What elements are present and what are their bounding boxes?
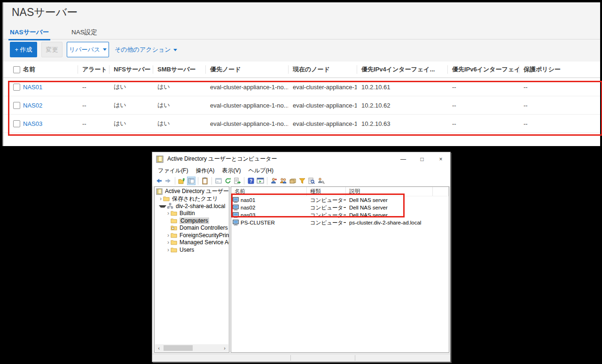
dialog-icon[interactable] bbox=[215, 177, 222, 185]
nas-server-link[interactable]: NAS03 bbox=[23, 120, 42, 127]
repurpose-dropdown-button[interactable]: リパーパス bbox=[67, 42, 109, 57]
list-item-ps-cluster[interactable]: PS-CLUSTER コンピューター ps-cluster.div-2-shar… bbox=[231, 219, 449, 226]
add-group-icon[interactable] bbox=[280, 177, 287, 185]
object-name: nas01 bbox=[241, 197, 255, 203]
new-ou-icon[interactable] bbox=[289, 177, 297, 185]
cell-ipv4: 10.2.10.61 bbox=[357, 84, 447, 91]
cell-alert: -- bbox=[78, 120, 109, 127]
tree-item-managed-service-accounts[interactable]: › Managed Service Accounts bbox=[155, 239, 229, 247]
cell-current-node: eval-cluster-appliance-1-no... bbox=[288, 120, 357, 127]
cell-ipv6: -- bbox=[447, 120, 519, 127]
collapse-chevron-icon[interactable] bbox=[159, 205, 166, 209]
tab-nas-servers[interactable]: NASサーバー bbox=[10, 28, 49, 37]
object-name: nas02 bbox=[241, 205, 255, 210]
expand-chevron-icon[interactable]: › bbox=[166, 211, 171, 216]
more-actions-dropdown[interactable]: その他のアクション bbox=[115, 46, 177, 54]
console-icon bbox=[156, 188, 163, 195]
col-header-nfs[interactable]: NFSサーバー bbox=[109, 62, 153, 77]
delegate-icon[interactable] bbox=[317, 177, 325, 185]
tree-item-users[interactable]: › Users bbox=[155, 246, 229, 254]
list-col-type[interactable]: 種類 bbox=[307, 187, 346, 196]
close-button[interactable]: × bbox=[431, 152, 450, 166]
row-checkbox[interactable] bbox=[13, 120, 20, 127]
minimize-button[interactable]: — bbox=[394, 152, 413, 166]
object-type: コンピューター bbox=[307, 212, 346, 219]
table-row-nas02[interactable]: NAS02 -- はい はい eval-cluster-appliance-1-… bbox=[3, 96, 600, 115]
tree-item-computers[interactable]: Computers bbox=[155, 217, 229, 225]
status-bar-divider bbox=[290, 355, 291, 361]
scrollbar-track[interactable] bbox=[163, 344, 221, 352]
list-item-nas01[interactable]: nas01 コンピューター Dell NAS server bbox=[231, 196, 449, 204]
refresh-icon[interactable] bbox=[224, 177, 232, 185]
create-button[interactable]: + 作成 bbox=[10, 42, 37, 57]
nas-server-table: 名前 アラート NFSサーバー SMBサーバー 優先ノード 現在のノード 優先I… bbox=[3, 62, 600, 133]
col-header-preferred-node[interactable]: 優先ノード bbox=[205, 62, 288, 77]
action-toolbar: + 作成 変更 リパーパス その他のアクション bbox=[3, 42, 600, 59]
menu-help[interactable]: ヘルプ(H) bbox=[244, 167, 277, 175]
col-header-alert[interactable]: アラート bbox=[78, 62, 109, 77]
menu-view[interactable]: 表示(V) bbox=[218, 167, 244, 175]
maximize-button[interactable]: □ bbox=[413, 152, 431, 166]
screenshot-canvas: { "colors": { "accent_blue": "#1674cc", … bbox=[0, 0, 602, 364]
col-header-ipv4[interactable]: 優先IPv4インターフェイ... bbox=[357, 62, 447, 77]
cell-alert: -- bbox=[78, 102, 109, 109]
properties-icon[interactable] bbox=[201, 177, 209, 185]
expand-chevron-icon[interactable]: › bbox=[166, 233, 171, 238]
help-icon[interactable]: ? bbox=[247, 177, 255, 185]
toolbar-separator bbox=[175, 177, 175, 185]
tree-item-domain[interactable]: div-2-share-ad.local bbox=[155, 202, 229, 210]
table-row-nas03[interactable]: NAS03 -- はい はい eval-cluster-appliance-1-… bbox=[3, 115, 600, 133]
scrollbar-thumb[interactable] bbox=[164, 345, 193, 351]
find-icon[interactable] bbox=[308, 177, 315, 185]
filter-icon[interactable] bbox=[298, 177, 306, 185]
row-checkbox[interactable] bbox=[13, 84, 20, 91]
cell-ipv6: -- bbox=[447, 84, 519, 91]
expand-chevron-icon[interactable]: › bbox=[166, 248, 171, 252]
add-user-icon[interactable] bbox=[270, 177, 278, 185]
expand-chevron-icon[interactable]: › bbox=[158, 196, 163, 201]
list-item-nas03[interactable]: nas03 コンピューター Dell NAS server bbox=[231, 211, 449, 219]
menu-action[interactable]: 操作(A) bbox=[192, 167, 218, 175]
tab-nas-settings[interactable]: NAS設定 bbox=[71, 28, 97, 37]
col-header-smb[interactable]: SMBサーバー bbox=[153, 62, 205, 77]
page-title: NASサーバー bbox=[12, 5, 78, 20]
scroll-left-arrow-icon[interactable]: ‹ bbox=[155, 344, 163, 352]
menu-file[interactable]: ファイル(F) bbox=[154, 167, 192, 175]
expand-chevron-icon[interactable]: › bbox=[166, 240, 171, 245]
export-list-icon[interactable] bbox=[234, 177, 241, 185]
list-col-description[interactable]: 説明 bbox=[346, 187, 433, 196]
forward-icon[interactable] bbox=[164, 177, 172, 185]
col-header-name[interactable]: 名前 bbox=[22, 62, 78, 77]
cell-smb: はい bbox=[153, 83, 205, 91]
up-one-level-icon[interactable] bbox=[178, 177, 186, 185]
tree-item-builtin[interactable]: › Builtin bbox=[155, 210, 229, 217]
list-col-name[interactable]: 名前 bbox=[231, 187, 307, 196]
table-row-nas01[interactable]: NAS01 -- はい はい eval-cluster-appliance-1-… bbox=[3, 78, 600, 96]
horizontal-scrollbar[interactable]: ‹ › bbox=[155, 344, 228, 352]
tree-item-domain-controllers[interactable]: Domain Controllers bbox=[155, 225, 229, 232]
col-header-protection[interactable]: 保護ポリシー bbox=[519, 62, 600, 77]
nas-server-link[interactable]: NAS01 bbox=[23, 84, 42, 91]
row-checkbox[interactable] bbox=[13, 102, 20, 109]
nas-server-link[interactable]: NAS02 bbox=[23, 102, 42, 109]
console-window-icon[interactable] bbox=[257, 177, 264, 185]
col-header-ipv6[interactable]: 優先IPv6インターフェイ... bbox=[447, 62, 519, 77]
object-type: コンピューター bbox=[307, 219, 346, 226]
tree-item-root[interactable]: Active Directory ユーザーとコンピューター bbox=[155, 188, 229, 195]
cell-preferred-node: eval-cluster-appliance-1-no... bbox=[205, 84, 288, 91]
cell-smb: はい bbox=[153, 119, 205, 128]
tree-item-foreign-security-principals[interactable]: › ForeignSecurityPrincipals bbox=[155, 232, 229, 239]
back-icon[interactable] bbox=[155, 177, 163, 185]
list-item-nas02[interactable]: nas02 コンピューター Dell NAS server bbox=[231, 204, 449, 211]
object-type: コンピューター bbox=[307, 204, 346, 211]
cell-preferred-node: eval-cluster-appliance-1-no... bbox=[205, 102, 288, 109]
tree-item-saved-queries[interactable]: › 保存されたクエリ bbox=[155, 195, 229, 203]
select-all-checkbox[interactable] bbox=[13, 66, 20, 73]
computer-icon bbox=[233, 197, 239, 203]
col-header-current-node[interactable]: 現在のノード bbox=[288, 62, 357, 77]
cell-ipv4: 10.2.10.63 bbox=[357, 120, 447, 127]
show-console-tree-icon[interactable] bbox=[188, 177, 195, 185]
scroll-right-arrow-icon[interactable]: › bbox=[221, 344, 228, 352]
window-titlebar[interactable]: Active Directory ユーザーとコンピューター — □ × bbox=[152, 152, 450, 166]
tree-item-label: div-2-share-ad.local bbox=[176, 203, 225, 209]
